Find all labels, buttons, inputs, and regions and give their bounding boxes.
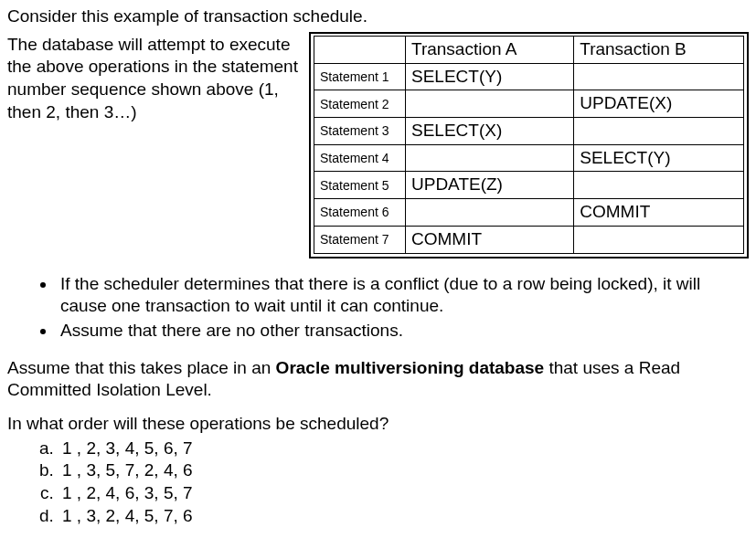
cell-stmt: Statement 6 [314,199,406,227]
option-c: 1 , 2, 4, 6, 3, 5, 7 [59,482,749,505]
cell-stmt: Statement 1 [314,63,406,90]
schedule-table-frame: Transaction A Transaction B Statement 1 … [309,32,749,258]
table-row: Statement 4 SELECT(Y) [314,144,744,172]
list-item: Assume that there are no other transacti… [57,320,749,343]
cell-a: SELECT(Y) [406,63,574,90]
cell-a [406,144,574,172]
header-stmt [314,36,406,63]
cell-b [574,63,744,90]
cell-b [574,172,744,199]
option-d: 1 , 3, 2, 4, 5, 7, 6 [59,505,749,528]
cell-stmt: Statement 4 [314,144,406,172]
table-row: Statement 1 SELECT(Y) [314,63,744,90]
assume-bold: Oracle multiversioning database [276,358,545,377]
left-paragraph: The database will attempt to execute the… [7,32,300,124]
header-transaction-a: Transaction A [406,36,574,63]
table-row: Statement 5 UPDATE(Z) [314,172,744,199]
cell-stmt: Statement 3 [314,118,406,145]
assume-pre: Assume that this takes place in an [7,358,276,377]
notes-list: If the scheduler determines that there i… [57,273,749,343]
schedule-table: Transaction A Transaction B Statement 1 … [314,36,744,254]
table-header-row: Transaction A Transaction B [314,36,744,63]
table-row: Statement 2 UPDATE(X) [314,90,744,118]
cell-stmt: Statement 7 [314,226,406,253]
cell-b: SELECT(Y) [574,144,744,172]
cell-stmt: Statement 5 [314,172,406,199]
cell-b [574,118,744,145]
question-text: In what order will these operations be s… [7,413,749,436]
cell-a [406,199,574,227]
assumption-text: Assume that this takes place in an Oracl… [7,357,749,402]
intro-text: Consider this example of transaction sch… [7,5,749,28]
table-row: Statement 3 SELECT(X) [314,118,744,145]
answer-options: 1 , 2, 3, 4, 5, 6, 7 1 , 3, 5, 7, 2, 4, … [59,438,749,528]
cell-a: SELECT(X) [406,118,574,145]
cell-b [574,226,744,253]
content-row: The database will attempt to execute the… [7,32,749,258]
cell-b: UPDATE(X) [574,90,744,118]
cell-a: COMMIT [406,226,574,253]
cell-a: UPDATE(Z) [406,172,574,199]
list-item: If the scheduler determines that there i… [57,273,749,318]
option-b: 1 , 3, 5, 7, 2, 4, 6 [59,459,749,482]
cell-stmt: Statement 2 [314,90,406,118]
table-row: Statement 6 COMMIT [314,199,744,227]
cell-b: COMMIT [574,199,744,227]
cell-a [406,90,574,118]
table-row: Statement 7 COMMIT [314,226,744,253]
option-a: 1 , 2, 3, 4, 5, 6, 7 [59,438,749,460]
header-transaction-b: Transaction B [574,36,744,63]
